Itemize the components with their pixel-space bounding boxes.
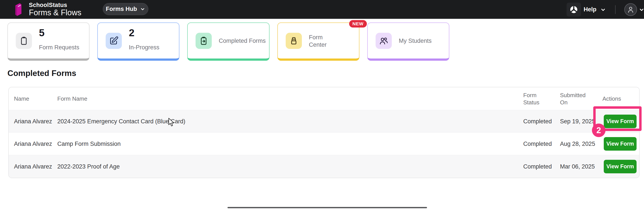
card-my-students[interactable]: My Students [367, 22, 449, 61]
card-completed-forms[interactable]: Completed Forms [187, 22, 270, 61]
form-requests-label: Form Requests [39, 44, 80, 51]
topbar: SchoolStatus Forms & Flows Forms Hub Hel… [0, 0, 644, 19]
card-form-requests[interactable]: 5 Form Requests [8, 22, 90, 61]
cell-form-name: 2022-2023 Proof of Age [57, 163, 120, 170]
new-badge: NEW [349, 20, 367, 27]
cell-status: Completed [523, 163, 552, 170]
brand-line2: Forms & Flows [29, 8, 82, 17]
clipboard-arrow-icon [196, 33, 212, 49]
help-globe-button[interactable] [566, 3, 581, 17]
cell-status: Completed [523, 118, 552, 125]
column-header-form-name: Form Name [57, 95, 87, 102]
in-progress-label: In-Progress [129, 44, 160, 51]
clipboard-icon [16, 33, 32, 49]
cell-submitted-on: Aug 28, 2025 [560, 140, 595, 147]
globe-icon [570, 5, 578, 14]
page-title: Completed Forms [8, 69, 76, 78]
in-progress-count: 2 [129, 27, 134, 39]
table-header-row: Name Form Name Form Status Submitted On … [9, 87, 639, 110]
account-chevron-down-icon[interactable] [639, 7, 644, 13]
forms-hub-page: SchoolStatus Forms & Flows Forms Hub Hel… [0, 0, 644, 210]
completed-forms-label: Completed Forms [219, 23, 266, 59]
column-header-name: Name [14, 95, 29, 102]
cell-name: Ariana Alvarez [14, 163, 52, 170]
chevron-down-icon [140, 6, 145, 12]
cell-submitted-on: Sep 19, 2025 [560, 118, 595, 125]
mouse-cursor-icon [168, 118, 176, 127]
view-form-button[interactable]: View Form [604, 115, 636, 128]
view-form-button[interactable]: View Form [604, 160, 636, 173]
column-header-submitted-on: Submitted On [560, 92, 590, 106]
column-header-form-status: Form Status [523, 92, 547, 106]
brand-line1: SchoolStatus [29, 2, 82, 8]
cell-name: Ariana Alvarez [14, 118, 52, 125]
people-icon [376, 33, 392, 49]
annotation-step-badge: 2 [592, 123, 606, 137]
card-form-center[interactable]: Form Center [278, 22, 360, 61]
cell-form-name: Camp Form Submission [57, 140, 121, 147]
table-row: Ariana Alvarez 2022-2023 Proof of Age Co… [9, 155, 639, 178]
forms-hub-dropdown[interactable]: Forms Hub [103, 3, 148, 15]
cell-status: Completed [523, 140, 552, 147]
brand-text: SchoolStatus Forms & Flows [29, 2, 82, 17]
card-in-progress[interactable]: 2 In-Progress [97, 22, 180, 61]
cell-name: Ariana Alvarez [14, 140, 52, 147]
table-row: Ariana Alvarez Camp Form Submission Comp… [9, 132, 639, 155]
topbar-divider [615, 5, 616, 14]
schoolstatus-logo-icon [12, 2, 26, 17]
table-row: Ariana Alvarez 2024-2025 Emergency Conta… [9, 110, 639, 132]
form-center-icon [286, 33, 302, 49]
view-form-button[interactable]: View Form [604, 137, 636, 151]
forms-hub-dropdown-label: Forms Hub [106, 6, 137, 12]
form-center-label: Form Center [309, 23, 340, 59]
help-chevron-down-icon[interactable] [600, 7, 606, 13]
bottom-divider [228, 207, 427, 208]
column-header-actions: Actions [602, 95, 621, 102]
cell-submitted-on: Mar 06, 2025 [560, 163, 595, 170]
person-icon [627, 6, 634, 13]
account-avatar[interactable] [624, 3, 637, 16]
completed-forms-table: Name Form Name Form Status Submitted On … [8, 87, 640, 178]
form-requests-count: 5 [39, 27, 44, 39]
help-menu[interactable]: Help [584, 6, 596, 13]
my-students-label: My Students [399, 23, 432, 59]
cell-form-name: 2024-2025 Emergency Contact Card (Blue C… [57, 118, 185, 125]
edit-pencil-icon [106, 33, 122, 49]
